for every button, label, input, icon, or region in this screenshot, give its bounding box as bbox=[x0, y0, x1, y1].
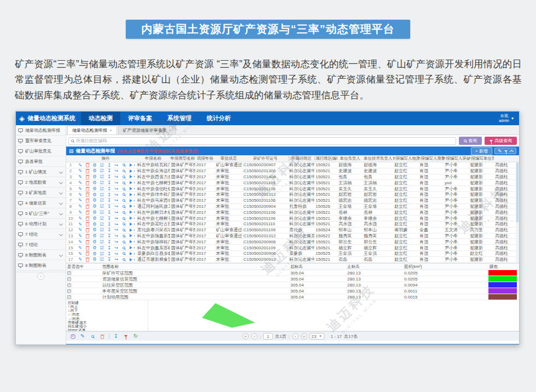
sidebar-item[interactable]: 矿山审批意见 bbox=[16, 146, 66, 156]
zoom-icon[interactable] bbox=[121, 188, 127, 190]
check-icon[interactable]: ☑ bbox=[99, 168, 105, 173]
next-page-button[interactable]: › bbox=[292, 333, 299, 340]
check-icon[interactable]: ☑ bbox=[99, 251, 105, 256]
delete-icon[interactable] bbox=[84, 162, 90, 167]
delete-icon[interactable] bbox=[84, 204, 90, 209]
settings-icon[interactable]: ⚙ bbox=[92, 233, 98, 238]
zoom-icon[interactable] bbox=[121, 235, 127, 237]
range-row[interactable]: ✓本年度采空区范围305.04280.130.0011 bbox=[66, 288, 519, 294]
table-row[interactable]: 13✎⚙☑↧↪科左中旗瑞鑫新型固体矿产年报2017矿山审查通过C15050020… bbox=[66, 233, 519, 239]
table-row[interactable]: 12✎⚙☑↧↪库伦旗泰川采石场固体矿产年报2017矿山审查通过C15050020… bbox=[66, 227, 519, 233]
sidebar-item[interactable]: 3 矿床地质 bbox=[16, 188, 66, 198]
menu-item[interactable]: 系统管理 bbox=[160, 112, 199, 125]
share-icon[interactable]: ↪ bbox=[113, 163, 119, 168]
zoom-icon[interactable] bbox=[121, 258, 127, 261]
check-icon[interactable]: ☑ bbox=[99, 163, 105, 168]
page-input[interactable]: 1 bbox=[263, 333, 273, 340]
share-icon[interactable]: ↪ bbox=[113, 233, 119, 238]
announce-icon[interactable] bbox=[128, 240, 134, 243]
announce-icon[interactable] bbox=[128, 234, 134, 237]
share-icon[interactable]: ↪ bbox=[113, 180, 119, 185]
edit-icon[interactable]: ✎ bbox=[77, 192, 83, 197]
sidebar-item[interactable]: 盟市审查意见 bbox=[16, 136, 66, 146]
zoom-icon[interactable] bbox=[121, 169, 127, 172]
advanced-query-button[interactable]: 高级查询 bbox=[485, 137, 517, 145]
share-icon[interactable]: ↪ bbox=[113, 204, 119, 209]
check-icon[interactable]: ☑ bbox=[99, 210, 105, 215]
announce-icon[interactable] bbox=[128, 193, 134, 196]
check-icon[interactable]: ☑ bbox=[99, 180, 105, 185]
zoom-icon[interactable] bbox=[89, 335, 96, 338]
download-icon[interactable]: ↧ bbox=[106, 233, 112, 238]
menu-item[interactable]: 评审备案 bbox=[120, 112, 160, 125]
announce-icon[interactable] bbox=[128, 175, 134, 178]
delete-icon[interactable] bbox=[84, 180, 90, 185]
zoom-icon[interactable] bbox=[121, 211, 127, 214]
download-icon[interactable]: ↧ bbox=[106, 168, 112, 173]
announce-icon[interactable] bbox=[128, 169, 134, 173]
download-icon[interactable]: ↧ bbox=[106, 163, 112, 168]
delete-icon[interactable] bbox=[84, 198, 90, 203]
sidebar-item[interactable]: 1 矿山情况 bbox=[16, 167, 66, 177]
table-row[interactable]: 15✎⚙☑↧↪科左中旗鑫东苏砖固体矿产年报2017未审批C15050020110… bbox=[66, 245, 519, 251]
download-icon[interactable]: ↧ bbox=[106, 216, 112, 221]
sidebar-item[interactable]: 7 结论 bbox=[16, 239, 66, 250]
table-row[interactable]: 17✎⚙☑↧↪通辽市建新粮食贸固体矿产年报2017未审批C15050020091… bbox=[66, 257, 519, 263]
edit-icon[interactable]: ✎ bbox=[77, 222, 83, 227]
delete-icon[interactable] bbox=[84, 168, 90, 173]
check-icon[interactable]: ☑ bbox=[99, 233, 105, 238]
settings-icon[interactable]: ⚙ bbox=[92, 239, 98, 244]
settings-icon[interactable]: ⚙ bbox=[92, 222, 98, 227]
announce-icon[interactable] bbox=[128, 252, 134, 255]
table-row[interactable]: 10✎⚙☑↧↪科左中旗七棵树子固体矿产年报2017未审批C15050020110… bbox=[66, 215, 519, 221]
edit-icon[interactable]: ✎ bbox=[79, 334, 86, 339]
delete-icon[interactable] bbox=[84, 257, 90, 262]
table-row[interactable]: 3✎⚙☑↧↪科左中旗西舍力虎固体矿产年报2017未审批C150500201408… bbox=[66, 174, 519, 180]
prev-page-button[interactable]: ‹ bbox=[251, 333, 258, 340]
edit-icon[interactable]: ✎ bbox=[77, 180, 83, 185]
delete-icon[interactable] bbox=[84, 221, 90, 226]
check-icon[interactable]: ☑ bbox=[99, 174, 105, 179]
edit-icon[interactable]: ✎ bbox=[77, 216, 83, 221]
query-button[interactable]: 查询 bbox=[459, 137, 482, 145]
share-icon[interactable]: ↪ bbox=[113, 210, 119, 215]
settings-icon[interactable]: ⚙ bbox=[92, 227, 98, 232]
filter-icon[interactable] bbox=[123, 335, 129, 337]
delete-icon[interactable] bbox=[84, 251, 90, 256]
sidebar-item[interactable]: 5 矿山“三率” bbox=[16, 208, 66, 219]
delete-icon[interactable] bbox=[99, 334, 106, 339]
check-icon[interactable]: ☑ bbox=[99, 186, 105, 191]
zoom-icon[interactable] bbox=[121, 175, 127, 178]
share-icon[interactable]: ↪ bbox=[113, 227, 119, 232]
edit-icon[interactable]: ✎ bbox=[77, 227, 83, 232]
share-icon[interactable]: ↪ bbox=[113, 192, 119, 197]
filter-icon[interactable] bbox=[504, 150, 508, 152]
check-icon[interactable]: ☑ bbox=[99, 198, 105, 203]
range-row[interactable]: ✓资源储量估算范围305.04280.130.0205 bbox=[66, 276, 519, 282]
sidebar-item[interactable]: 8 附图附表 bbox=[16, 260, 66, 271]
range-row[interactable]: ✓计划动用范围305.04280.130.0015 bbox=[66, 294, 519, 300]
download-icon[interactable]: ↧ bbox=[106, 210, 112, 215]
table-row[interactable]: 14✎⚙☑↧↪科左中旗瑞祥砖厂固体矿产年报2017未审批C15050020090… bbox=[66, 239, 519, 245]
announce-icon[interactable] bbox=[128, 229, 134, 232]
settings-icon[interactable]: ⚙ bbox=[92, 210, 98, 215]
table-row[interactable]: 9✎⚙☑↧↪科左中旗树日木镇固体矿产年报2017未审批C150500201106… bbox=[66, 209, 519, 215]
announce-icon[interactable] bbox=[128, 204, 134, 208]
zoom-icon[interactable] bbox=[121, 217, 127, 220]
delete-icon[interactable] bbox=[84, 227, 90, 232]
announce-icon[interactable] bbox=[128, 187, 134, 190]
checkbox[interactable]: ✓ bbox=[67, 289, 71, 293]
sidebar-item[interactable]: 4 储量估算 bbox=[16, 198, 66, 208]
edit-icon[interactable]: ✎ bbox=[77, 257, 83, 262]
download-icon[interactable]: ↧ bbox=[106, 245, 112, 250]
delete-icon[interactable] bbox=[84, 233, 90, 238]
sidebar-item[interactable]: 旗县审批 bbox=[16, 156, 66, 167]
settings-icon[interactable]: ⚙ bbox=[92, 192, 98, 197]
table-row[interactable]: 5✎⚙☑↧↪科左中旗舍伯吐镇固体矿产年报2017未审批C150500201106… bbox=[66, 186, 519, 192]
download-icon[interactable]: ↧ bbox=[106, 257, 112, 262]
download-icon[interactable]: ↧ bbox=[113, 334, 119, 339]
last-page-button[interactable]: » bbox=[301, 333, 307, 340]
settings-icon[interactable]: ⚙ bbox=[92, 251, 98, 256]
settings-icon[interactable]: ⚙ bbox=[92, 257, 98, 262]
download-icon[interactable]: ↧ bbox=[106, 251, 112, 256]
